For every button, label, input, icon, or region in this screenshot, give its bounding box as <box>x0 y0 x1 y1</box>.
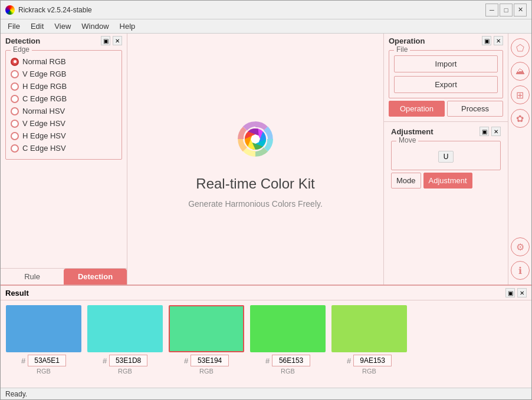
radio-c-edge-rgb[interactable]: C Edge RGB <box>11 92 117 105</box>
radio-v-edge-rgb-circle <box>11 70 19 78</box>
hash-1: # <box>103 356 107 365</box>
maximize-button[interactable]: □ <box>500 4 513 16</box>
radio-h-edge-rgb[interactable]: H Edge RGB <box>11 80 117 92</box>
operation-title: Operation <box>389 37 425 45</box>
color-rect-4[interactable] <box>331 305 407 352</box>
hex-input-0[interactable] <box>28 355 66 366</box>
gear-icon: ⚙ <box>516 242 524 253</box>
radio-normal-rgb-circle <box>11 58 19 66</box>
image-icon-button[interactable]: ⛰ <box>511 62 530 81</box>
result-restore-button[interactable]: ▣ <box>505 288 515 297</box>
menu-help[interactable]: Help <box>115 21 140 32</box>
color-hex-row-4: # <box>347 355 392 366</box>
bottom-panel-header: Result ▣ ✕ <box>1 286 531 300</box>
tab-mode[interactable]: Mode <box>391 173 421 189</box>
color-swatch-4: # RGB <box>331 305 408 376</box>
color-rect-1[interactable] <box>87 305 163 352</box>
radio-normal-rgb[interactable]: Normal RGB <box>11 55 117 68</box>
gear-icon-button[interactable]: ⚙ <box>511 237 530 256</box>
edge-group-label: Edge <box>11 45 32 54</box>
panel-controls: ▣ ✕ <box>101 36 122 45</box>
flower-icon: ✿ <box>516 113 524 124</box>
radio-v-edge-hsv[interactable]: V Edge HSV <box>11 117 117 130</box>
import-button[interactable]: Import <box>394 55 498 72</box>
result-close-button[interactable]: ✕ <box>517 288 527 297</box>
hex-input-1[interactable] <box>109 355 147 366</box>
move-group: Move U <box>391 141 501 170</box>
color-swatch-1: # RGB <box>87 305 163 376</box>
flower-icon-button[interactable]: ✿ <box>511 109 530 128</box>
logo-wheel <box>226 110 285 168</box>
operation-panel-controls: ▣ ✕ <box>482 36 503 45</box>
tab-detection[interactable]: Detection <box>64 269 127 285</box>
panel-restore-button[interactable]: ▣ <box>101 36 110 45</box>
title-text: Rickrack v2.5.24-stable <box>18 6 92 14</box>
info-icon-button[interactable]: ℹ <box>511 261 530 280</box>
adjustment-close-button[interactable]: ✕ <box>491 127 501 136</box>
pentagon-icon-button[interactable]: ⬠ <box>511 38 530 57</box>
file-group: File Import Export <box>389 50 503 98</box>
operation-restore-button[interactable]: ▣ <box>482 36 491 45</box>
radio-h-edge-hsv-label: H Edge HSV <box>22 131 66 140</box>
tab-rule[interactable]: Rule <box>1 269 64 285</box>
color-hex-row-2: # <box>184 355 229 366</box>
move-group-label: Move <box>396 136 418 144</box>
grid-icon-button[interactable]: ⊞ <box>511 85 530 104</box>
radio-c-edge-hsv-circle <box>11 144 19 153</box>
panel-close-button[interactable]: ✕ <box>113 36 122 45</box>
color-hex-row-3: # <box>265 355 310 366</box>
radio-v-edge-rgb-label: V Edge RGB <box>22 70 66 78</box>
tab-operation[interactable]: Operation <box>389 101 445 117</box>
grid-icon: ⊞ <box>516 90 524 101</box>
hex-input-3[interactable] <box>272 355 310 366</box>
color-mode-2: RGB <box>195 366 218 376</box>
adjustment-restore-button[interactable]: ▣ <box>480 127 489 136</box>
tab-process[interactable]: Process <box>447 101 503 117</box>
move-group-content: U <box>396 146 495 165</box>
image-icon: ⛰ <box>515 66 525 77</box>
bottom-panel: Result ▣ ✕ # RGB # <box>1 285 531 399</box>
info-icon: ℹ <box>518 265 522 276</box>
right-panel: Operation ▣ ✕ File Import Export Operati… <box>384 34 508 285</box>
color-mode-0: RGB <box>32 366 55 376</box>
result-panel-controls: ▣ ✕ <box>505 288 527 297</box>
radio-c-edge-hsv-label: C Edge HSV <box>22 144 66 153</box>
status-text: Ready. <box>5 390 27 398</box>
menu-window[interactable]: Window <box>77 21 113 32</box>
radio-normal-hsv[interactable]: Normal HSV <box>11 105 117 117</box>
app-subtitle: Generate Harmonious Colors Freely. <box>188 199 323 209</box>
radio-h-edge-hsv[interactable]: H Edge HSV <box>11 130 117 142</box>
radio-h-edge-hsv-circle <box>11 132 19 140</box>
hex-input-2[interactable] <box>191 355 229 366</box>
color-rect-3[interactable] <box>250 305 326 352</box>
radio-c-edge-hsv[interactable]: C Edge HSV <box>11 142 117 154</box>
operation-section: Operation ▣ ✕ File Import Export Operati… <box>384 34 508 122</box>
close-button[interactable]: ✕ <box>514 4 527 16</box>
hash-0: # <box>21 356 25 365</box>
menu-edit[interactable]: Edit <box>26 21 48 32</box>
color-rect-0[interactable] <box>6 305 81 352</box>
radio-c-edge-rgb-label: C Edge RGB <box>22 94 67 103</box>
color-mode-4: RGB <box>357 366 381 376</box>
center-content: Real-time Color Kit Generate Harmonious … <box>188 110 323 209</box>
color-hex-row-1: # <box>103 355 147 366</box>
color-hex-row-0: # <box>21 355 66 366</box>
operation-close-button[interactable]: ✕ <box>494 36 503 45</box>
tab-adjustment[interactable]: Adjustment <box>423 173 472 189</box>
menu-file[interactable]: File <box>3 21 25 32</box>
adjustment-tabs: Mode Adjustment <box>391 173 501 189</box>
detection-title: Detection <box>5 37 40 45</box>
adjustment-panel-controls: ▣ ✕ <box>480 127 501 136</box>
center-canvas: Real-time Color Kit Generate Harmonious … <box>127 34 384 285</box>
color-rect-2[interactable] <box>169 305 244 352</box>
content-row: Detection ▣ ✕ Edge Normal RGB V Edge RGB <box>1 34 531 285</box>
radio-v-edge-rgb[interactable]: V Edge RGB <box>11 68 117 80</box>
title-bar-left: Rickrack v2.5.24-stable <box>5 5 92 15</box>
export-button[interactable]: Export <box>394 76 498 93</box>
title-bar-controls: ─ □ ✕ <box>485 4 527 16</box>
app-name: Real-time Color Kit <box>196 176 314 192</box>
hex-input-4[interactable] <box>353 355 392 366</box>
menu-view[interactable]: View <box>50 21 75 32</box>
radio-h-edge-rgb-label: H Edge RGB <box>22 82 67 91</box>
minimize-button[interactable]: ─ <box>485 4 498 16</box>
